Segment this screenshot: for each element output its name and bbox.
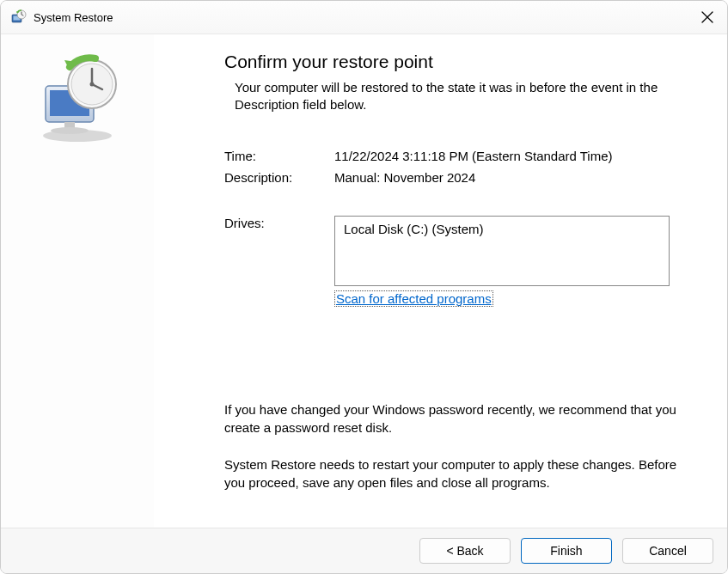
window-title: System Restore (34, 11, 688, 24)
finish-button[interactable]: Finish (521, 538, 612, 564)
page-heading: Confirm your restore point (224, 52, 693, 72)
time-label: Time: (224, 149, 334, 163)
time-value: 11/22/2024 3:11:18 PM (Eastern Standard … (334, 149, 693, 163)
drives-label: Drives: (224, 216, 334, 286)
cancel-button[interactable]: Cancel (622, 538, 713, 564)
drives-row: Drives: Local Disk (C:) (System) (224, 216, 693, 286)
back-button[interactable]: < Back (419, 538, 511, 564)
notes-section: If you have changed your Windows passwor… (224, 400, 680, 492)
page-subheading: Your computer will be restored to the st… (235, 79, 673, 114)
password-note: If you have changed your Windows passwor… (224, 400, 680, 437)
close-button[interactable] (688, 1, 727, 34)
wizard-main: Confirm your restore point Your computer… (154, 34, 727, 528)
content-area: Confirm your restore point Your computer… (1, 34, 727, 528)
close-icon (701, 11, 713, 23)
wizard-sidebar (1, 34, 154, 528)
drive-item[interactable]: Local Disk (C:) (System) (344, 222, 660, 236)
system-restore-icon (11, 9, 27, 25)
description-value: Manual: November 2024 (334, 170, 693, 185)
restart-note: System Restore needs to restart your com… (224, 455, 680, 492)
scan-affected-programs-link[interactable]: Scan for affected programs (334, 290, 493, 307)
drives-listbox[interactable]: Local Disk (C:) (System) (334, 216, 670, 286)
svg-point-10 (90, 82, 95, 87)
titlebar: System Restore (1, 1, 727, 34)
time-row: Time: 11/22/2024 3:11:18 PM (Eastern Sta… (224, 149, 693, 163)
svg-point-7 (51, 127, 89, 134)
description-row: Description: Manual: November 2024 (224, 170, 693, 185)
description-label: Description: (224, 170, 334, 185)
restore-illustration-icon (30, 52, 125, 146)
wizard-footer: < Back Finish Cancel (1, 528, 727, 574)
